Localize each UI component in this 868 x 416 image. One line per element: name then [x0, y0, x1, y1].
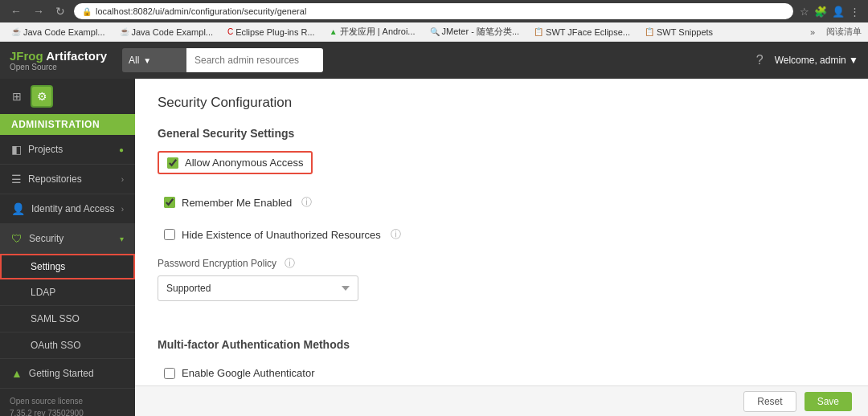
sidebar-footer: Open source license7.35.2 rev 73502900un… — [0, 388, 135, 416]
save-button[interactable]: Save — [805, 392, 852, 411]
footer-bar: Reset Save — [135, 385, 868, 416]
welcome-text: Welcome, admin ▼ — [775, 55, 858, 66]
sidebar-sub-item-ldap[interactable]: LDAP — [0, 279, 135, 306]
sidebar-getting-started[interactable]: ▲ Getting Started — [0, 359, 135, 388]
sidebar-section-header: Administration — [0, 114, 135, 135]
allow-anon-label: Allow Anonymous Access — [185, 157, 303, 169]
sidebar-sub-item-settings[interactable]: Settings — [0, 254, 135, 279]
sidebar-item-repositories-label: Repositories — [28, 173, 82, 185]
browser-actions: ☆ 🧩 👤 ⋮ — [800, 6, 860, 18]
password-encryption-select[interactable]: Supported Required Unsupported — [158, 275, 358, 301]
bookmarks-bar: ☕ Java Code Exampl... ☕ Java Code Exampl… — [0, 22, 868, 42]
sidebar-item-identity-access[interactable]: 👤 Identity and Access › — [0, 194, 135, 224]
apps-grid-icon[interactable]: ⊞ — [8, 88, 26, 105]
sidebar-icons-row: ⊞ ⚙ — [0, 79, 135, 114]
dropdown-chevron-icon: ▼ — [143, 56, 151, 65]
profile-icon[interactable]: 👤 — [832, 6, 845, 18]
bookmark-eclipse[interactable]: C Eclipse Plug-ins R... — [223, 26, 320, 39]
user-menu[interactable]: Welcome, admin ▼ — [775, 55, 858, 66]
main-area: ⊞ ⚙ Administration ◧ Projects ● ☰ Reposi… — [0, 79, 868, 416]
bookmark-star-icon[interactable]: ☆ — [800, 6, 809, 18]
logo-jfrog: JFrog — [10, 49, 46, 63]
lock-icon: 🔒 — [82, 7, 92, 16]
google-auth-label: Enable Google Authenticator — [182, 367, 315, 379]
bookmark-swt-snippets[interactable]: 📋 SWT Snippets — [640, 26, 718, 39]
hide-unauth-help-icon[interactable]: ⓘ — [391, 227, 401, 242]
mfa-section-title: Multi-factor Authentication Methods — [158, 338, 845, 351]
security-shield-icon: 🛡 — [11, 232, 23, 245]
help-icon[interactable]: ? — [756, 53, 764, 67]
settings-gear-icon[interactable]: ⚙ — [31, 85, 53, 108]
logo-artifactory: Artifactory — [46, 49, 107, 63]
content-wrapper: Security Configuration General Security … — [135, 79, 868, 416]
password-encryption-help-icon[interactable]: ⓘ — [285, 256, 295, 271]
sidebar-sub-saml-label: SAML SSO — [31, 313, 80, 324]
sidebar-item-repositories[interactable]: ☰ Repositories › — [0, 165, 135, 194]
menu-icon[interactable]: ⋮ — [850, 6, 860, 18]
sidebar-item-security-label: Security — [29, 233, 63, 244]
forward-button[interactable]: → — [31, 5, 47, 18]
license-info: Open source license7.35.2 rev 73502900un… — [10, 395, 125, 416]
bookmark-swt[interactable]: 📋 SWT JFace Eclipse... — [529, 26, 635, 39]
sidebar-sub-item-saml-sso[interactable]: SAML SSO — [0, 306, 135, 332]
allow-anon-checkbox[interactable] — [167, 157, 178, 169]
sidebar-item-projects[interactable]: ◧ Projects ● — [0, 135, 135, 165]
url-bar[interactable]: 🔒 localhost:8082/ui/admin/configuration/… — [74, 3, 793, 19]
search-category-dropdown[interactable]: All ▼ — [122, 48, 186, 72]
search-input[interactable] — [186, 48, 323, 72]
back-button[interactable]: ← — [8, 5, 24, 18]
page-title: Security Configuration — [158, 95, 845, 111]
projects-chevron-icon: ● — [119, 145, 124, 154]
content-area: Security Configuration General Security … — [135, 79, 868, 385]
sidebar-sub-oauth-label: OAuth SSO — [31, 340, 81, 351]
url-text: localhost:8082/ui/admin/configuration/se… — [96, 6, 306, 16]
bookmark-jmeter[interactable]: 🔍 JMeter - 随笔分类... — [425, 24, 525, 39]
allow-anon-row-wrapper: Allow Anonymous Access — [158, 151, 845, 182]
sidebar-item-security[interactable]: 🛡 Security ▾ — [0, 224, 135, 254]
browser-bar: ← → ↻ 🔒 localhost:8082/ui/admin/configur… — [0, 0, 868, 22]
hide-unauth-checkbox[interactable] — [164, 229, 175, 240]
security-chevron-icon: ▾ — [120, 235, 124, 243]
reload-button[interactable]: ↻ — [53, 5, 68, 18]
read-mode-label[interactable]: 阅读清单 — [826, 26, 862, 38]
remember-me-checkbox[interactable] — [164, 197, 175, 208]
password-encryption-label-text: Password Encryption Policy — [158, 258, 276, 269]
getting-started-icon: ▲ — [11, 367, 23, 380]
projects-icon: ◧ — [11, 143, 22, 156]
extensions-icon[interactable]: 🧩 — [814, 6, 827, 18]
bookmark-java2-icon: ☕ — [120, 27, 129, 36]
hide-unauth-label: Hide Existence of Unauthorized Resources — [182, 229, 381, 241]
remember-me-label: Remember Me Enabled — [182, 197, 292, 209]
bookmark-java1[interactable]: ☕ Java Code Exampl... — [6, 26, 110, 39]
google-auth-row: Enable Google Authenticator — [158, 362, 845, 384]
bookmark-jmeter-icon: 🔍 — [430, 27, 440, 36]
hide-unauth-row: Hide Existence of Unauthorized Resources… — [158, 222, 845, 247]
google-auth-checkbox[interactable] — [164, 368, 175, 379]
sidebar: ⊞ ⚙ Administration ◧ Projects ● ☰ Reposi… — [0, 79, 135, 416]
app-header: JFrog Artifactory Open Source All ▼ ? We… — [0, 42, 868, 79]
logo-brand: JFrog Artifactory — [10, 49, 114, 63]
identity-chevron-icon: › — [121, 205, 124, 214]
search-area: All ▼ — [122, 48, 323, 72]
general-settings-section: General Security Settings Allow Anonymou… — [158, 127, 845, 332]
search-category-label: All — [129, 55, 139, 66]
remember-me-help-icon[interactable]: ⓘ — [301, 195, 312, 210]
header-right: ? Welcome, admin ▼ — [756, 53, 858, 67]
allow-anon-checkbox-row: Allow Anonymous Access — [158, 151, 313, 174]
bookmark-swt-icon: 📋 — [534, 27, 543, 36]
bookmark-java2[interactable]: ☕ Java Code Exampl... — [115, 26, 219, 39]
repositories-icon: ☰ — [11, 173, 22, 186]
logo-sub: Open Source — [10, 63, 114, 71]
bookmarks-more[interactable]: » — [810, 27, 815, 37]
bookmark-android[interactable]: ▲ 开发应用 | Androi... — [325, 24, 420, 39]
getting-started-label: Getting Started — [29, 368, 94, 379]
sidebar-item-identity-label: Identity and Access — [31, 203, 114, 214]
sidebar-sub-item-oauth-sso[interactable]: OAuth SSO — [0, 332, 135, 359]
bookmark-java1-icon: ☕ — [11, 27, 21, 36]
password-encryption-group: Password Encryption Policy ⓘ Supported R… — [158, 256, 845, 301]
reset-button[interactable]: Reset — [743, 391, 796, 412]
bookmark-eclipse-icon: C — [227, 27, 233, 36]
password-encryption-label: Password Encryption Policy ⓘ — [158, 256, 845, 271]
mfa-section: Multi-factor Authentication Methods Enab… — [158, 338, 845, 384]
general-section-title: General Security Settings — [158, 127, 845, 140]
